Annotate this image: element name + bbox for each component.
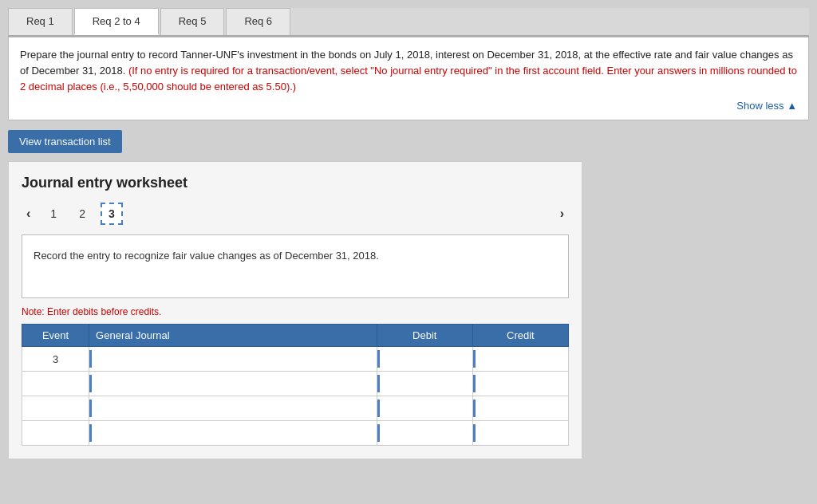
debit-cell-4[interactable]: [377, 421, 472, 446]
general-journal-cell-1[interactable]: [89, 347, 377, 372]
worksheet-title: Journal entry worksheet: [22, 175, 569, 191]
tabs-bar: Req 1 Req 2 to 4 Req 5 Req 6: [8, 8, 809, 37]
credit-input-4[interactable]: [478, 421, 568, 445]
step-2[interactable]: 2: [72, 203, 93, 224]
prev-step-button[interactable]: ‹: [22, 205, 35, 222]
blue-bar-icon: [89, 400, 92, 417]
blue-bar-icon: [473, 375, 476, 392]
blue-bar-icon: [89, 375, 92, 392]
debit-input-4[interactable]: [382, 421, 472, 445]
table-row: 3: [22, 347, 569, 372]
blue-bar-icon: [377, 350, 380, 368]
worksheet-container: Journal entry worksheet ‹ 1 2 3 › Record…: [8, 161, 582, 459]
event-cell-2: [22, 372, 89, 396]
col-event: Event: [22, 325, 89, 347]
blue-bar-icon: [89, 424, 92, 442]
credit-cell-2[interactable]: [472, 372, 568, 396]
entry-description-box: Record the entry to recognize fair value…: [22, 234, 569, 298]
blue-bar-icon: [473, 400, 476, 417]
note-text: Note: Enter debits before credits.: [22, 306, 569, 317]
event-cell-1: 3: [22, 347, 89, 372]
blue-bar-icon: [377, 400, 380, 417]
debit-cell-3[interactable]: [377, 396, 472, 421]
credit-cell-4[interactable]: [472, 421, 568, 446]
general-journal-input-4[interactable]: [94, 421, 377, 445]
step-3[interactable]: 3: [101, 203, 123, 225]
col-credit: Credit: [472, 325, 568, 347]
blue-bar-icon: [89, 350, 92, 368]
tab-req2to4[interactable]: Req 2 to 4: [74, 8, 159, 35]
blue-bar-icon: [377, 424, 380, 442]
blue-bar-icon: [377, 375, 380, 392]
table-row: [22, 421, 569, 446]
tab-req6[interactable]: Req 6: [226, 8, 290, 35]
instruction-area: Prepare the journal entry to record Tann…: [8, 37, 809, 120]
event-cell-4: [22, 421, 89, 446]
show-less-link[interactable]: Show less ▲: [736, 100, 797, 112]
debit-cell-2[interactable]: [377, 372, 472, 396]
credit-cell-1[interactable]: [472, 347, 568, 372]
credit-input-2[interactable]: [478, 372, 568, 396]
general-journal-input-3[interactable]: [94, 396, 377, 420]
credit-cell-3[interactable]: [472, 396, 568, 421]
entry-description-text: Record the entry to recognize fair value…: [34, 250, 379, 262]
general-journal-cell-2[interactable]: [89, 372, 377, 396]
instruction-text: Prepare the journal entry to record Tann…: [20, 47, 797, 95]
debit-input-1[interactable]: [382, 347, 472, 371]
journal-table: Event General Journal Debit Credit 3: [22, 324, 569, 446]
nav-row: ‹ 1 2 3 ›: [22, 203, 569, 225]
blue-bar-icon: [473, 424, 476, 442]
debit-input-2[interactable]: [382, 372, 472, 396]
debit-input-3[interactable]: [382, 396, 472, 420]
view-transaction-button[interactable]: View transaction list: [8, 130, 122, 153]
tab-req1[interactable]: Req 1: [8, 8, 73, 35]
general-journal-input-2[interactable]: [94, 372, 377, 396]
tab-req5[interactable]: Req 5: [160, 8, 225, 35]
general-journal-cell-4[interactable]: [89, 421, 377, 446]
general-journal-cell-3[interactable]: [89, 396, 377, 421]
col-debit: Debit: [377, 325, 472, 347]
next-step-button[interactable]: ›: [555, 205, 569, 222]
credit-input-3[interactable]: [478, 396, 568, 420]
table-row: [22, 372, 569, 396]
blue-bar-icon: [473, 350, 476, 368]
debit-cell-1[interactable]: [377, 347, 472, 372]
show-less-container: Show less ▲: [20, 100, 797, 112]
step-1[interactable]: 1: [43, 203, 64, 224]
event-cell-3: [22, 396, 89, 421]
credit-input-1[interactable]: [478, 347, 568, 371]
instruction-red: (If no entry is required for a transacti…: [20, 65, 797, 93]
col-general-journal: General Journal: [89, 325, 377, 347]
table-row: [22, 396, 569, 421]
general-journal-input-1[interactable]: [94, 347, 377, 371]
